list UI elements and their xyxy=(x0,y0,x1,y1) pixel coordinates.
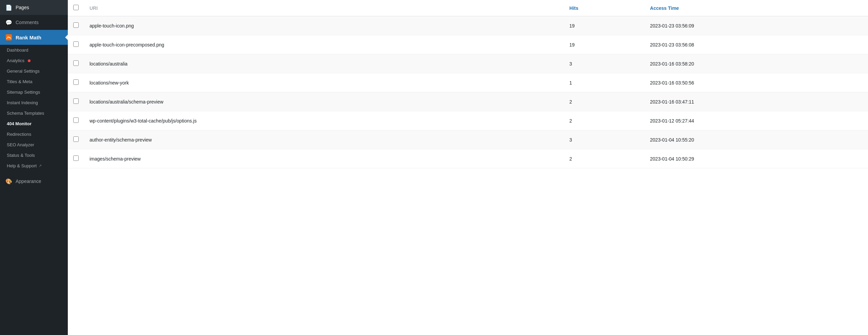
pages-icon: 📄 xyxy=(5,4,12,11)
table-header-row: URI Hits Access Time xyxy=(68,0,868,16)
sidebar-item-404-monitor[interactable]: 404 Monitor xyxy=(0,118,68,129)
access-time-cell: 2023-01-04 10:50:29 xyxy=(645,149,868,168)
hits-cell: 19 xyxy=(564,35,645,54)
hits-cell: 1 xyxy=(564,73,645,92)
row-checkbox[interactable] xyxy=(73,98,79,104)
access-time-cell: 2023-01-16 03:50:56 xyxy=(645,73,868,92)
access-time-cell: 2023-01-12 05:27:44 xyxy=(645,111,868,130)
table-row: apple-touch-icon-precomposed.png192023-0… xyxy=(68,35,868,54)
appearance-icon: 🎨 xyxy=(5,178,12,185)
table-row: locations/new-york12023-01-16 03:50:56 xyxy=(68,73,868,92)
select-all-checkbox[interactable] xyxy=(73,5,79,10)
sidebar-sitemap-settings-label: Sitemap Settings xyxy=(7,90,40,95)
sidebar-item-comments-label: Comments xyxy=(16,20,39,25)
404-monitor-table: URI Hits Access Time apple-touch-icon.pn… xyxy=(68,0,868,168)
sidebar-404-monitor-label: 404 Monitor xyxy=(7,121,32,126)
hits-cell: 2 xyxy=(564,92,645,111)
sidebar-titles-meta-label: Titles & Meta xyxy=(7,79,32,84)
sidebar-item-appearance[interactable]: 🎨 Appearance xyxy=(0,174,68,189)
uri-column-header: URI xyxy=(84,0,564,16)
sidebar-item-comments[interactable]: 💬 Comments xyxy=(0,15,68,30)
sidebar-item-sitemap-settings[interactable]: Sitemap Settings xyxy=(0,87,68,97)
row-checkbox-cell[interactable] xyxy=(68,73,84,92)
uri-cell: apple-touch-icon-precomposed.png xyxy=(84,35,564,54)
table-row: images/schema-preview22023-01-04 10:50:2… xyxy=(68,149,868,168)
access-time-cell: 2023-01-16 03:58:20 xyxy=(645,54,868,73)
sidebar-dashboard-label: Dashboard xyxy=(7,48,28,53)
uri-cell: apple-touch-icon.png xyxy=(84,16,564,35)
uri-cell: wp-content/plugins/w3-total-cache/pub/js… xyxy=(84,111,564,130)
hits-column-header[interactable]: Hits xyxy=(564,0,645,16)
select-all-header[interactable] xyxy=(68,0,84,16)
uri-cell: author-entity/schema-preview xyxy=(84,130,564,149)
table-row: author-entity/schema-preview32023-01-04 … xyxy=(68,130,868,149)
sidebar-item-instant-indexing[interactable]: Instant Indexing xyxy=(0,97,68,108)
row-checkbox-cell[interactable] xyxy=(68,92,84,111)
hits-cell: 19 xyxy=(564,16,645,35)
row-checkbox[interactable] xyxy=(73,136,79,142)
uri-cell: locations/new-york xyxy=(84,73,564,92)
table-row: locations/australia/schema-preview22023-… xyxy=(68,92,868,111)
row-checkbox-cell[interactable] xyxy=(68,54,84,73)
row-checkbox[interactable] xyxy=(73,60,79,66)
sidebar-item-pages-label: Pages xyxy=(16,5,29,10)
row-checkbox-cell[interactable] xyxy=(68,149,84,168)
sidebar-item-appearance-label: Appearance xyxy=(16,179,41,184)
sidebar-item-redirections[interactable]: Redirections xyxy=(0,129,68,139)
table-row: locations/australia32023-01-16 03:58:20 xyxy=(68,54,868,73)
comments-icon: 💬 xyxy=(5,19,12,26)
row-checkbox-cell[interactable] xyxy=(68,130,84,149)
analytics-notification-dot xyxy=(28,59,31,62)
sidebar-item-status-tools[interactable]: Status & Tools xyxy=(0,150,68,161)
access-time-cell: 2023-01-16 03:47:11 xyxy=(645,92,868,111)
row-checkbox[interactable] xyxy=(73,155,79,161)
sidebar-status-tools-label: Status & Tools xyxy=(7,153,35,158)
sidebar-rank-math-label: Rank Math xyxy=(16,35,41,40)
access-time-cell: 2023-01-04 10:55:20 xyxy=(645,130,868,149)
sidebar-general-settings-label: General Settings xyxy=(7,69,40,74)
row-checkbox[interactable] xyxy=(73,79,79,85)
sidebar-redirections-label: Redirections xyxy=(7,132,31,137)
rank-math-icon xyxy=(5,34,12,41)
sidebar-schema-templates-label: Schema Templates xyxy=(7,111,44,116)
row-checkbox-cell[interactable] xyxy=(68,111,84,130)
sidebar-item-schema-templates[interactable]: Schema Templates xyxy=(0,108,68,118)
sidebar-item-help-support[interactable]: Help & Support ↗ xyxy=(0,161,68,171)
row-checkbox-cell[interactable] xyxy=(68,16,84,35)
hits-cell: 2 xyxy=(564,149,645,168)
row-checkbox[interactable] xyxy=(73,22,79,28)
external-link-icon: ↗ xyxy=(39,164,42,168)
sidebar-item-general-settings[interactable]: General Settings xyxy=(0,66,68,76)
table-row: wp-content/plugins/w3-total-cache/pub/js… xyxy=(68,111,868,130)
table-row: apple-touch-icon.png192023-01-23 03:56:0… xyxy=(68,16,868,35)
sidebar-help-support-label: Help & Support xyxy=(7,163,37,168)
sidebar-analytics-label: Analytics xyxy=(7,58,24,63)
sidebar-item-rank-math[interactable]: Rank Math xyxy=(0,30,68,45)
hits-cell: 2 xyxy=(564,111,645,130)
sidebar-item-titles-meta[interactable]: Titles & Meta xyxy=(0,76,68,87)
row-checkbox[interactable] xyxy=(73,41,79,47)
sidebar-seo-analyzer-label: SEO Analyzer xyxy=(7,142,34,147)
main-content: URI Hits Access Time apple-touch-icon.pn… xyxy=(68,0,868,335)
access-time-cell: 2023-01-23 03:56:08 xyxy=(645,35,868,54)
uri-cell: images/schema-preview xyxy=(84,149,564,168)
sidebar-item-seo-analyzer[interactable]: SEO Analyzer xyxy=(0,139,68,150)
sidebar-item-dashboard[interactable]: Dashboard xyxy=(0,45,68,55)
uri-cell: locations/australia/schema-preview xyxy=(84,92,564,111)
sidebar-instant-indexing-label: Instant Indexing xyxy=(7,100,38,105)
row-checkbox[interactable] xyxy=(73,117,79,123)
uri-cell: locations/australia xyxy=(84,54,564,73)
hits-cell: 3 xyxy=(564,54,645,73)
sidebar-item-analytics[interactable]: Analytics xyxy=(0,55,68,66)
sidebar-item-pages[interactable]: 📄 Pages xyxy=(0,0,68,15)
access-time-column-header[interactable]: Access Time xyxy=(645,0,868,16)
access-time-cell: 2023-01-23 03:56:09 xyxy=(645,16,868,35)
sidebar: 📄 Pages 💬 Comments Rank Math Dashboard A… xyxy=(0,0,68,335)
row-checkbox-cell[interactable] xyxy=(68,35,84,54)
hits-cell: 3 xyxy=(564,130,645,149)
